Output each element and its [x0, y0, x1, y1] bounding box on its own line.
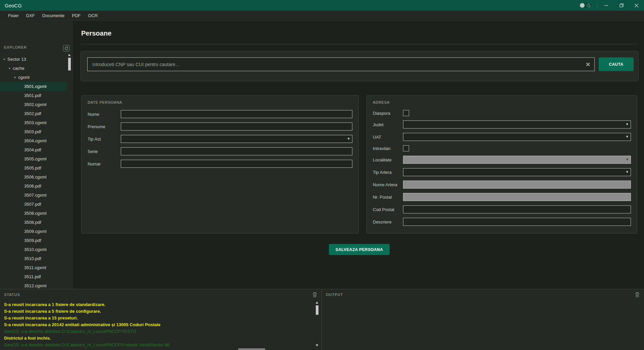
close-button[interactable]	[629, 0, 644, 11]
field-label-judet: Judet	[373, 122, 403, 127]
refresh-icon[interactable]	[63, 45, 69, 51]
descriere-field[interactable]	[403, 218, 631, 226]
tree-file-3501-pdf[interactable]: 3501.pdf	[0, 91, 67, 100]
tree-file-3510-cgxml[interactable]: 3510.cgxml	[0, 245, 67, 254]
field-row-judet: Judet▼	[373, 120, 631, 129]
tree-file-3502-pdf[interactable]: 3502.pdf	[0, 109, 67, 118]
tree-file-3510-pdf[interactable]: 3510.pdf	[0, 254, 67, 263]
search-button[interactable]: CAUTA	[599, 57, 634, 71]
field-row-nr-postal: Nr. Postal	[373, 193, 631, 201]
status-scroll-down-icon[interactable]: ▼	[315, 344, 319, 347]
field-label-tip-artera: Tip Artera	[373, 170, 403, 175]
theme-toggle[interactable]	[579, 2, 592, 9]
bottom-panels: STATUS S-a reusit incarcarea a 1 fisiere…	[0, 289, 644, 350]
tree-file-3504-pdf[interactable]: 3504.pdf	[0, 145, 67, 154]
field-row-tip-act: Tip Act▼	[88, 135, 352, 143]
menu-item-fisier[interactable]: Fisier	[4, 11, 22, 21]
tree-file-3505-cgxml[interactable]: 3505.cgxml	[0, 154, 67, 163]
field-label-cod-postal: Cod Postal	[373, 207, 403, 212]
localitate-select	[403, 156, 631, 164]
tree-file-3509-pdf[interactable]: 3509.pdf	[0, 236, 67, 245]
status-hscrollbar-thumb[interactable]	[238, 348, 265, 350]
field-label-nume-artera: Nume Artera	[373, 182, 403, 187]
tree-file-3507-pdf[interactable]: 3507.pdf	[0, 200, 67, 209]
caret-down-icon: ▾	[3, 57, 5, 61]
field-label-tip-act: Tip Act	[88, 137, 121, 142]
tip-artera-select[interactable]	[403, 168, 631, 176]
tip-act-select[interactable]	[121, 135, 352, 143]
minimize-button[interactable]	[599, 0, 614, 11]
field-label-intravilan: Intravilan	[373, 146, 403, 151]
judet-select[interactable]	[403, 120, 631, 129]
prenume-field[interactable]	[121, 122, 352, 131]
status-scrollbar-thumb[interactable]	[316, 305, 318, 315]
field-row-localitate: Localitate▼	[373, 156, 631, 164]
clear-search-icon[interactable]: ✕	[584, 60, 592, 69]
title-divider	[81, 44, 639, 44]
tree-file-3503-pdf[interactable]: 3503.pdf	[0, 127, 67, 136]
intravilan-checkbox[interactable]	[403, 145, 409, 151]
tree-node-sector-13[interactable]: ▾Sector 13	[0, 55, 67, 64]
tree-file-3512-cgxml[interactable]: 3512.cgxml	[0, 281, 67, 289]
tree-file-3504-cgxml[interactable]: 3504.cgxml	[0, 136, 67, 145]
menu-item-dxf[interactable]: DXF	[22, 11, 39, 21]
tree-file-3507-cgxml[interactable]: 3507.cgxml	[0, 191, 67, 200]
search-input[interactable]	[88, 58, 594, 71]
output-header: OUTPUT	[326, 293, 343, 297]
menu-item-documente[interactable]: Documente	[39, 11, 68, 21]
explorer-scrollbar-thumb[interactable]	[68, 58, 71, 70]
status-line: S-a reusit incarcarea a 20142 entitati a…	[4, 321, 309, 328]
menu-item-pdf[interactable]: PDF	[68, 11, 84, 21]
tree-file-3505-pdf[interactable]: 3505.pdf	[0, 163, 67, 172]
tree-file-3502-cgxml[interactable]: 3502.cgxml	[0, 100, 67, 109]
theme-toggle-knob	[580, 3, 585, 8]
field-label-diaspora: Diaspora	[373, 111, 403, 116]
tree-file-3506-pdf[interactable]: 3506.pdf	[0, 182, 67, 191]
maximize-button[interactable]	[614, 0, 629, 11]
tree-file-3508-pdf[interactable]: 3508.pdf	[0, 218, 67, 227]
field-label-prenume: Prenume	[88, 124, 121, 129]
menubar: FisierDXFDocumentePDFOCR	[0, 11, 644, 21]
status-header: STATUS	[4, 293, 20, 297]
app-title: GeoCG	[0, 3, 22, 8]
field-label-nr-postal: Nr. Postal	[373, 195, 403, 200]
clear-status-icon[interactable]	[311, 292, 318, 298]
menu-item-ocr[interactable]: OCR	[84, 11, 101, 21]
field-label-localitate: Localitate	[373, 157, 403, 162]
nume-field[interactable]	[121, 110, 352, 118]
field-label-descriere: Descriere	[373, 219, 403, 224]
adresa-header: ADRESA	[373, 100, 631, 104]
tree-file-3511-cgxml[interactable]: 3511.cgxml	[0, 263, 67, 272]
adresa-panel: ADRESA DiasporaJudet▼UAT▼IntravilanLocal…	[366, 95, 637, 234]
date-persoana-header: DATE PERSOANA	[88, 100, 352, 104]
tree-node-cgxml[interactable]: ▾cgxml	[0, 73, 67, 82]
tree-file-3503-cgxml[interactable]: 3503.cgxml	[0, 118, 67, 127]
nr-postal-field	[403, 193, 631, 201]
tree-node-cache[interactable]: ▾cache	[0, 64, 67, 73]
explorer-scroll-up-icon[interactable]: ▲	[67, 53, 71, 56]
tree-file-3501-cgxml[interactable]: 3501.cgxml	[0, 82, 67, 91]
explorer-header: EXPLORER	[4, 45, 27, 49]
clear-output-icon[interactable]	[634, 292, 641, 298]
date-persoana-panel: DATE PERSOANA NumePrenumeTip Act▼SerieNu…	[81, 95, 359, 234]
save-person-button[interactable]: SALVEAZA PERSOANA	[329, 244, 390, 255]
status-line: Districtul a fost inchis.	[4, 335, 309, 342]
output-panel: OUTPUT	[321, 289, 644, 350]
field-row-prenume: Prenume	[88, 122, 352, 131]
numar-field[interactable]	[121, 160, 352, 168]
tree-file-3511-pdf[interactable]: 3511.pdf	[0, 272, 67, 281]
titlebar: GeoCG	[0, 0, 644, 11]
tree-file-3509-cgxml[interactable]: 3509.cgxml	[0, 227, 67, 236]
tree-file-3506-cgxml[interactable]: 3506.cgxml	[0, 172, 67, 182]
field-label-serie: Serie	[88, 149, 121, 154]
uat-select[interactable]	[403, 133, 631, 141]
status-line: GeoCG: s-a deschis districtul D:\Cadastr…	[4, 342, 309, 348]
tree-file-3508-cgxml[interactable]: 3508.cgxml	[0, 209, 67, 218]
cod-postal-field[interactable]	[403, 205, 631, 213]
status-line: S-a reusit incarcarea a 15 preseturi.	[4, 315, 309, 321]
serie-field[interactable]	[121, 147, 352, 155]
status-line: S-a reusit incarcarea a 5 fisiere de con…	[4, 308, 309, 315]
app-window: GeoCG FisierD	[0, 0, 644, 350]
status-scroll-up-icon[interactable]: ▲	[315, 301, 319, 304]
diaspora-checkbox[interactable]	[403, 110, 409, 116]
